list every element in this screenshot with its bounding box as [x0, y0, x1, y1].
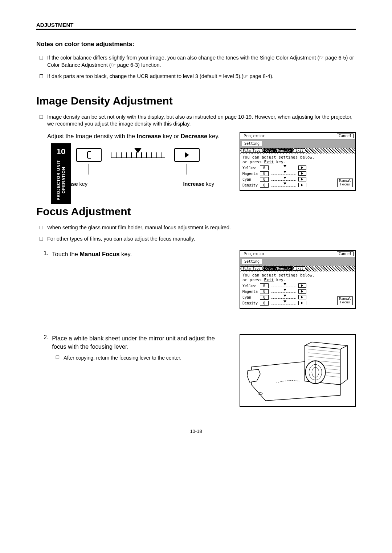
row-label: Yellow — [242, 166, 258, 170]
screenshot-text: or press Exit key. — [242, 278, 353, 282]
window-title: Projector — [242, 251, 267, 256]
tab-filmtype[interactable]: Film Type — [241, 148, 262, 153]
manual-focus-button[interactable]: ManualFocus — [337, 179, 353, 187]
chapter-label: PROJECTOR UNITOPERATION — [56, 160, 66, 200]
density-bullets: Image density can be set not only with t… — [36, 114, 356, 128]
dark-icon — [185, 152, 189, 158]
row-value: 0 — [260, 289, 269, 294]
density-bullet: Image density can be set not only with t… — [39, 114, 356, 128]
svg-line-0 — [308, 349, 340, 352]
setting-tab[interactable]: Setting — [242, 141, 262, 146]
row-value: 0 — [260, 295, 269, 300]
row-value: 0 — [260, 165, 269, 170]
step-number: 2. — [44, 334, 48, 361]
focus-bullets: When setting the glass mount film holder… — [36, 224, 356, 243]
increase-button[interactable] — [298, 301, 306, 305]
slider[interactable] — [271, 290, 296, 293]
step-2: 2. Place a white blank sheet under the m… — [44, 334, 229, 361]
tab-exit[interactable]: Exit — [294, 148, 305, 153]
increase-label: Increase key — [183, 181, 214, 187]
row-value: 0 — [260, 171, 269, 176]
screenshot-text: or press Exit key. — [242, 160, 353, 164]
light-icon — [87, 151, 91, 159]
page-number: 10-18 — [36, 429, 356, 434]
slider[interactable] — [271, 302, 296, 304]
note-item: If dark parts are too black, change the … — [39, 73, 356, 80]
step-2-text: Place a white blank sheet under the mirr… — [52, 335, 215, 350]
slider[interactable] — [271, 296, 296, 299]
key-diagram — [47, 148, 229, 175]
tab-colordensity[interactable]: Color/Density — [264, 266, 293, 271]
cancel-button[interactable]: Cancel — [337, 134, 354, 138]
row-value: 0 — [260, 283, 269, 288]
tab-exit[interactable]: Exit — [294, 266, 305, 271]
row-label: Cyan — [242, 177, 258, 181]
density-instruction: Adjust the Image density with the Increa… — [36, 132, 229, 141]
notes-list: If the color balance differs slightly fr… — [36, 54, 356, 80]
focus-bullet: When setting the glass mount film holder… — [39, 224, 356, 232]
row-label: Magenta — [242, 172, 258, 176]
decrease-key-icon — [76, 148, 102, 162]
slider-ticks — [111, 153, 165, 158]
screenshot-text: You can adjust settings below, — [242, 273, 353, 278]
window-title: Projector — [242, 134, 267, 138]
notes-title: Notes on color tone adjustments: — [36, 41, 356, 48]
increase-button[interactable] — [298, 165, 306, 170]
row-value: 0 — [260, 183, 269, 188]
row-label: Magenta — [242, 290, 258, 294]
row-value: 0 — [260, 177, 269, 182]
row-label: Density — [242, 301, 258, 305]
section-header: ADJUSTMENT — [36, 22, 356, 30]
slider[interactable] — [271, 184, 296, 187]
tab-colordensity[interactable]: Color/Density — [264, 148, 293, 153]
svg-line-1 — [308, 353, 340, 356]
slider[interactable] — [271, 166, 296, 169]
row-label: Yellow — [242, 284, 258, 288]
increase-button[interactable] — [298, 171, 306, 176]
step-number: 1. — [44, 250, 48, 258]
increase-button[interactable] — [298, 289, 306, 294]
slider[interactable] — [271, 178, 296, 181]
projector-screenshot-2: Projector Cancel Setting Film Type Color… — [240, 250, 356, 309]
svg-line-2 — [308, 356, 340, 360]
section-title-density: Image Density Adjustment — [36, 95, 356, 107]
increase-button[interactable] — [298, 283, 306, 288]
chapter-number: 10 — [51, 147, 71, 156]
projector-screenshot-1: Projector Cancel Setting Film Type Color… — [240, 132, 356, 191]
increase-button[interactable] — [298, 295, 306, 299]
slider[interactable] — [271, 172, 296, 175]
projector-illustration — [240, 334, 356, 407]
tab-filmtype[interactable]: Film Type — [241, 266, 262, 271]
section-title-focus: Focus Adjustment — [36, 205, 356, 218]
step-2-sub: After copying, return the focusing lever… — [56, 355, 229, 361]
row-label: Cyan — [242, 295, 258, 299]
screenshot-text: You can adjust settings below, — [242, 155, 353, 160]
sidebar-tab: 10 PROJECTOR UNITOPERATION — [51, 143, 71, 204]
increase-button[interactable] — [298, 183, 306, 187]
row-label: Density — [242, 183, 258, 187]
step-1: 1. Touch the Manual Focus key. — [44, 250, 229, 258]
increase-key-icon — [174, 148, 200, 162]
focus-bullet: For other types of films, you can also a… — [39, 235, 356, 243]
note-item: If the color balance differs slightly fr… — [39, 54, 356, 69]
setting-tab[interactable]: Setting — [242, 259, 262, 264]
row-value: 0 — [260, 301, 269, 306]
increase-button[interactable] — [298, 177, 306, 181]
slider[interactable] — [271, 284, 296, 287]
manual-focus-button[interactable]: ManualFocus — [337, 296, 353, 305]
cancel-button[interactable]: Cancel — [337, 251, 354, 256]
